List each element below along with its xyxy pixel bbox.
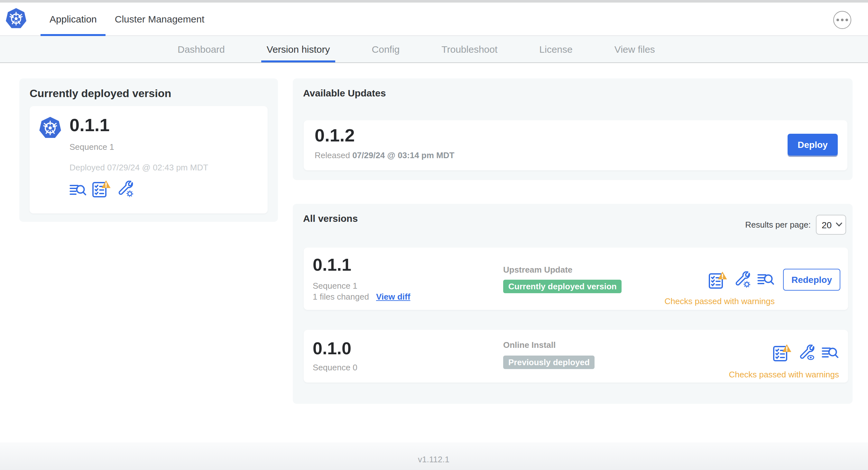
logs-icon[interactable] [69,183,86,197]
row-version-number: 0.1.1 [313,255,351,275]
update-released-timestamp: Released 07/29/24 @ 03:14 pm MDT [315,150,454,160]
update-version-number: 0.1.2 [315,125,355,146]
row-action-icons: Redeploy [708,269,840,291]
tab-config[interactable]: Config [372,36,400,62]
deploy-button[interactable]: Deploy [787,134,838,156]
kubernetes-logo-icon [5,7,27,30]
tab-view-files[interactable]: View files [615,36,655,62]
current-version-actions [69,180,208,197]
currently-deployed-card: 0.1.1 Sequence 1 Deployed 07/29/24 @ 02:… [30,106,268,213]
all-versions-section: All versions Results per page: 20 0.1.1 … [293,204,852,404]
row-version-number: 0.1.0 [313,339,351,359]
console-version: v1.112.1 [418,455,450,464]
row-sequence: Sequence 0 [313,363,358,372]
all-versions-title: All versions [303,213,358,224]
currently-deployed-title: Currently deployed version [30,88,171,100]
row-source-label: Online Install [503,340,556,350]
preflight-status-text: Checks passed with warnings [665,296,775,306]
preflight-checklist-warning-icon[interactable] [92,180,111,197]
config-wrench-icon[interactable] [117,181,134,197]
current-version-deployed-timestamp: Deployed 07/29/24 @ 02:43 pm MDT [69,163,208,172]
tab-application-label: Application [50,13,97,25]
tab-troubleshoot[interactable]: Troubleshoot [441,36,497,62]
row-files-changed: 1 files changedView diff [313,292,410,302]
tab-application[interactable]: Application [40,3,106,35]
available-updates-section: Available Updates 0.1.2 Released 07/29/2… [293,78,852,180]
version-row-0-1-0: 0.1.0 Sequence 0 Online Install Previous… [304,330,848,382]
logs-icon[interactable] [822,345,838,360]
config-wrench-view-icon[interactable] [799,344,815,361]
results-per-page: Results per page: 20 [745,215,846,235]
tab-version-history[interactable]: Version history [267,36,330,62]
row-source-label: Upstream Update [503,265,572,274]
app-footer: v1.112.1 [0,442,868,470]
currently-deployed-section: Currently deployed version 0.1.1 Sequenc… [19,78,278,222]
app-level-tabs: Application Cluster Management [40,3,213,35]
current-version-number: 0.1.1 [69,116,208,135]
preflight-checklist-warning-icon[interactable] [773,344,792,361]
results-per-page-select[interactable]: 20 [816,215,846,235]
logs-icon[interactable] [757,273,774,287]
version-row-0-1-1: 0.1.1 Sequence 1 1 files changedView dif… [304,247,848,310]
previously-deployed-badge: Previously deployed [503,356,595,369]
row-action-icons [773,344,838,361]
app-viewport: Application Cluster Management Dashboard… [0,0,868,470]
ellipsis-icon [836,19,839,22]
section-nav: Dashboard Version history Config Trouble… [0,36,868,63]
current-version-sequence: Sequence 1 [69,142,208,152]
tab-cluster-management[interactable]: Cluster Management [106,3,213,35]
view-diff-link[interactable]: View diff [376,292,410,302]
kubernetes-app-icon [39,116,62,140]
redeploy-button[interactable]: Redeploy [783,269,840,291]
app-header: Application Cluster Management [0,3,868,36]
config-wrench-gear-icon[interactable] [734,271,751,288]
tab-cluster-management-label: Cluster Management [115,13,204,25]
row-sequence: Sequence 1 [313,281,358,291]
currently-deployed-badge: Currently deployed version [503,280,622,293]
window-top-edge [0,0,868,3]
overflow-menu-button[interactable] [833,11,851,29]
available-update-card: 0.1.2 Released 07/29/24 @ 03:14 pm MDT D… [304,120,847,170]
tab-license[interactable]: License [539,36,572,62]
results-per-page-label: Results per page: [745,220,811,230]
available-updates-title: Available Updates [303,88,386,98]
preflight-checklist-warning-icon[interactable] [708,271,728,289]
preflight-status-text: Checks passed with warnings [729,370,839,379]
tab-dashboard[interactable]: Dashboard [178,36,225,62]
